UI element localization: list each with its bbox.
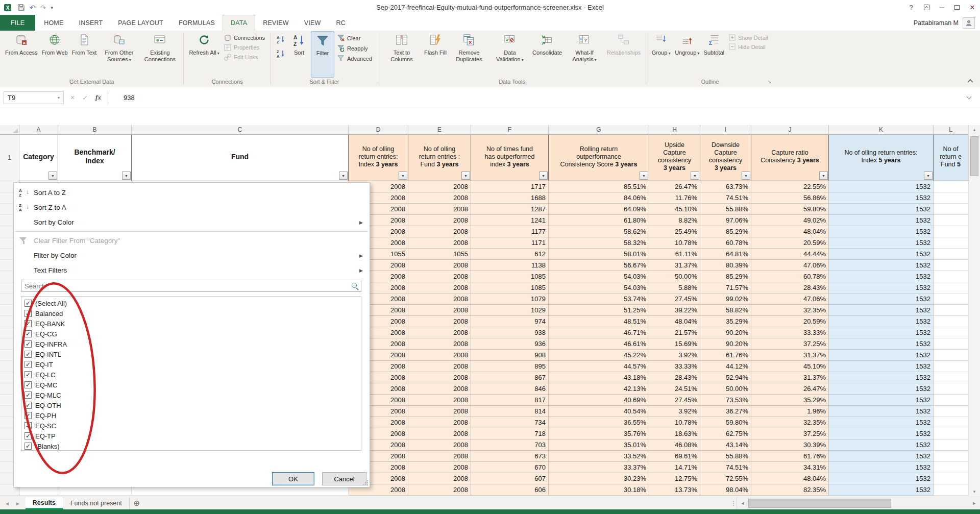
cell[interactable]: 817	[471, 395, 549, 406]
cell[interactable]: 37.25%	[751, 338, 829, 350]
cell[interactable]: 30.39%	[751, 439, 829, 451]
cell[interactable]: 2008	[408, 226, 471, 237]
from-other-sources-button[interactable]: From Other Sources	[99, 31, 139, 78]
cell[interactable]: 33.37%	[549, 462, 649, 473]
sheet-tab-results[interactable]: Results	[26, 497, 63, 509]
cell[interactable]: 71.57%	[700, 282, 751, 293]
cell[interactable]: 20.59%	[751, 316, 829, 327]
checkbox-icon[interactable]	[24, 371, 32, 378]
cell[interactable]	[934, 192, 968, 204]
save-icon[interactable]	[17, 4, 25, 11]
what-if-analysis-button[interactable]: ? What-If Analysis	[564, 31, 605, 78]
cell[interactable]	[934, 260, 968, 271]
tab-page-layout[interactable]: PAGE LAYOUT	[110, 15, 171, 31]
cell[interactable]: 612	[471, 249, 549, 260]
cell[interactable]: 85.29%	[700, 271, 751, 282]
cell[interactable]: 39.22%	[649, 305, 700, 316]
scroll-left-icon[interactable]: ◄	[737, 501, 748, 506]
edit-links-button[interactable]: Edit Links	[223, 54, 266, 61]
cell[interactable]: 35.29%	[700, 316, 751, 327]
cell[interactable]: 52.94%	[700, 372, 751, 383]
cell[interactable]: 1241	[471, 215, 549, 226]
cell[interactable]: 1029	[471, 305, 549, 316]
filter-dropdown-g[interactable]: ▼	[640, 172, 648, 180]
existing-connections-button[interactable]: Existing Connections	[139, 31, 180, 78]
cell[interactable]	[934, 282, 968, 293]
cell[interactable]: 908	[471, 350, 549, 361]
cell[interactable]: 26.47%	[649, 181, 700, 192]
cell[interactable]: 73.53%	[700, 395, 751, 406]
cell[interactable]: 1532	[829, 338, 934, 350]
filter-dropdown-fund[interactable]: ▼	[339, 172, 348, 180]
cell[interactable]: 1532	[829, 249, 934, 260]
cell[interactable]: 27.45%	[649, 395, 700, 406]
cell[interactable]: 1532	[829, 428, 934, 439]
cell[interactable]: 47.06%	[751, 260, 829, 271]
cell[interactable]: 2008	[408, 237, 471, 249]
checkbox-icon[interactable]	[24, 391, 32, 399]
insert-function-icon[interactable]: fx	[95, 93, 101, 102]
cell[interactable]: 734	[471, 417, 549, 428]
filter-option[interactable]: EQ-SC	[22, 421, 361, 431]
cell[interactable]	[934, 406, 968, 417]
column-letter-F[interactable]: F	[471, 125, 549, 135]
cell[interactable]: 974	[471, 316, 549, 327]
cell[interactable]	[934, 439, 968, 451]
cell[interactable]: 46.61%	[549, 338, 649, 350]
cell[interactable]: 8.82%	[649, 215, 700, 226]
cell[interactable]: 2008	[408, 462, 471, 473]
filter-option[interactable]: EQ-INFRA	[22, 339, 361, 349]
cell[interactable]: 11.76%	[649, 192, 700, 204]
cell[interactable]: 36.55%	[549, 417, 649, 428]
cell[interactable]: 61.11%	[649, 249, 700, 260]
cell[interactable]: 49.02%	[751, 215, 829, 226]
cell[interactable]: 85.29%	[700, 226, 751, 237]
select-all-corner[interactable]	[0, 125, 19, 135]
cell[interactable]: 50.00%	[649, 271, 700, 282]
cell[interactable]: 40.69%	[549, 395, 649, 406]
cell[interactable]: 2008	[408, 417, 471, 428]
cell[interactable]: 97.06%	[700, 215, 751, 226]
cell[interactable]: 21.57%	[649, 327, 700, 338]
cell[interactable]: 10.78%	[649, 417, 700, 428]
cell[interactable]: 45.10%	[751, 361, 829, 372]
undo-icon[interactable]: ↶	[30, 4, 36, 11]
cell[interactable]: 12.75%	[649, 473, 700, 484]
cell[interactable]: 1532	[829, 439, 934, 451]
group-button[interactable]: Group	[649, 31, 673, 78]
cell[interactable]: 867	[471, 372, 549, 383]
cell[interactable]: 2008	[408, 293, 471, 305]
cell[interactable]: 938	[471, 327, 549, 338]
advanced-filter-button[interactable]: Advanced	[335, 55, 374, 62]
tab-insert[interactable]: INSERT	[71, 15, 111, 31]
cell[interactable]: 62.75%	[700, 428, 751, 439]
tab-review[interactable]: REVIEW	[255, 15, 297, 31]
cell[interactable]: 25.49%	[649, 226, 700, 237]
cell[interactable]: 30.23%	[549, 473, 649, 484]
cell[interactable]: 63.73%	[700, 181, 751, 192]
search-icon[interactable]	[351, 282, 359, 290]
cell[interactable]	[934, 271, 968, 282]
cell[interactable]: 2008	[408, 192, 471, 204]
cell[interactable]: 1532	[829, 204, 934, 215]
clear-filter-ribbon-button[interactable]: Clear	[335, 34, 374, 42]
cancel-button[interactable]: Cancel	[322, 472, 366, 485]
cell[interactable]: 74.51%	[700, 192, 751, 204]
column-letter-A[interactable]: A	[19, 125, 58, 135]
cell[interactable]: 55.88%	[700, 204, 751, 215]
cell[interactable]: 1532	[829, 305, 934, 316]
cell[interactable]	[934, 372, 968, 383]
cell[interactable]	[934, 462, 968, 473]
cell[interactable]: 31.37%	[751, 372, 829, 383]
data-validation-button[interactable]: Data Validation	[489, 31, 530, 78]
remove-duplicates-button[interactable]: Remove Duplicates	[449, 31, 489, 78]
cell[interactable]: 3.92%	[649, 406, 700, 417]
cell[interactable]: 98.04%	[700, 484, 751, 496]
menu-text-filters[interactable]: Text Filters ▶	[14, 263, 370, 278]
cell[interactable]: 1532	[829, 293, 934, 305]
consolidate-button[interactable]: Consolidate	[530, 31, 564, 78]
checkbox-icon[interactable]	[24, 361, 32, 368]
cell[interactable]: 2008	[408, 260, 471, 271]
cell[interactable]: 846	[471, 383, 549, 395]
cell[interactable]: 1532	[829, 395, 934, 406]
